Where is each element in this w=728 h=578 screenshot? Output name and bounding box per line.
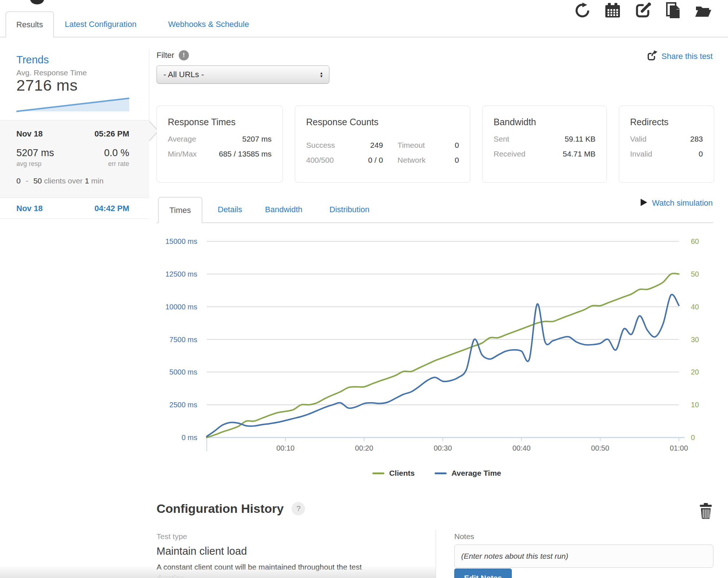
- chart-tab-times-label: Times: [169, 206, 191, 215]
- svg-text:10000 ms: 10000 ms: [165, 303, 197, 311]
- tab-webhooks-schedule-label: Webhooks & Schedule: [168, 20, 249, 29]
- svg-text:12500 ms: 12500 ms: [165, 270, 197, 278]
- chart-tab-times[interactable]: Times: [158, 197, 202, 223]
- config-history-header: Configuration History ?: [157, 502, 305, 516]
- svg-text:7500 ms: 7500 ms: [169, 336, 197, 344]
- svg-text:40: 40: [691, 303, 699, 311]
- url-filter-select[interactable]: - All URLs - ▲▼: [157, 66, 329, 84]
- tab-latest-configuration-label: Latest Configuration: [65, 20, 136, 29]
- run-prev-date[interactable]: Nov 18: [16, 204, 43, 213]
- url-filter-value: - All URLs -: [163, 70, 204, 79]
- logo-fragment: [30, 0, 44, 4]
- stat-row: Received54.71 MB: [494, 150, 596, 158]
- chart-tab-details[interactable]: Details: [218, 197, 242, 222]
- stat-row: Timeout0: [397, 141, 459, 150]
- top-toolbar: [574, 2, 712, 19]
- watch-simulation-label: Watch simulation: [652, 198, 713, 208]
- run-date: Nov 18: [16, 129, 43, 139]
- notes-label: Notes: [454, 532, 713, 541]
- stat-row: Sent59.11 KB: [494, 135, 596, 143]
- run-time: 05:26 PM: [95, 129, 129, 139]
- bandwidth-card: Bandwidth Sent59.11 KB Received54.71 MB: [482, 106, 607, 183]
- svg-text:60: 60: [691, 237, 699, 245]
- svg-text:00:10: 00:10: [276, 444, 294, 452]
- config-history-title: Configuration History: [157, 502, 284, 516]
- card-title: Redirects: [630, 117, 703, 127]
- run-err-label: err rate: [108, 160, 129, 168]
- response-times-card: Response Times Average5207 ms Min/Max685…: [157, 106, 283, 183]
- calendar-icon[interactable]: [604, 2, 621, 19]
- legend-swatch-average-time: [435, 472, 447, 474]
- notes-placeholder: (Enter notes about this test run): [461, 552, 568, 561]
- refresh-icon[interactable]: [574, 2, 591, 19]
- notes-input[interactable]: (Enter notes about this test run): [454, 545, 713, 568]
- help-icon[interactable]: ?: [292, 502, 305, 515]
- legend-label-average-time: Average Time: [451, 469, 501, 478]
- stat-row: Success249: [306, 141, 383, 150]
- run-prev-time[interactable]: 04:42 PM: [95, 204, 129, 213]
- share-test-link[interactable]: Share this test: [647, 50, 713, 63]
- results-page: Results Latest Configuration Webhooks & …: [0, 0, 728, 578]
- config-divider: [436, 530, 436, 578]
- filter-info-icon[interactable]: !: [179, 50, 189, 60]
- tab-results[interactable]: Results: [5, 11, 54, 37]
- test-type-label: Test type: [157, 532, 411, 541]
- tab-latest-configuration[interactable]: Latest Configuration: [65, 11, 136, 37]
- svg-text:00:50: 00:50: [591, 444, 609, 452]
- svg-text:00:20: 00:20: [355, 444, 373, 452]
- open-folder-icon[interactable]: [695, 2, 712, 19]
- response-counts-card: Response Counts Success249 Timeout0 400/…: [295, 106, 470, 183]
- filter-row: Filter !: [157, 50, 189, 60]
- legend-item-average-time[interactable]: Average Time: [435, 469, 501, 478]
- chart-tab-distribution[interactable]: Distribution: [329, 197, 369, 222]
- stat-row: 400/5000 / 0: [306, 156, 383, 165]
- redirects-card: Redirects Valid283 Invalid0: [619, 106, 714, 183]
- svg-text:10: 10: [691, 401, 699, 409]
- trash-icon[interactable]: [698, 502, 713, 521]
- run-item-previous[interactable]: Nov 18 04:42 PM: [0, 198, 149, 219]
- tab-results-label: Results: [16, 20, 43, 29]
- times-chart-svg: 0 ms02500 ms105000 ms207500 ms3010000 ms…: [157, 229, 717, 470]
- legend-item-clients[interactable]: Clients: [372, 469, 415, 478]
- svg-text:00:30: 00:30: [434, 444, 452, 452]
- run-err-value: 0.0 %: [104, 147, 129, 159]
- section-edge-fade: [0, 565, 436, 578]
- run-item-selected[interactable]: Nov 18 05:26 PM 5207 ms 0.0 % avg resp e…: [0, 120, 149, 198]
- stat-row: Network0: [397, 156, 459, 165]
- legend-swatch-clients: [372, 472, 384, 474]
- svg-text:15000 ms: 15000 ms: [165, 237, 197, 245]
- test-type-value: Maintain client load: [157, 545, 411, 557]
- svg-text:50: 50: [691, 270, 699, 278]
- svg-text:0: 0: [691, 434, 695, 442]
- trend-sparkline: [16, 95, 129, 113]
- watch-simulation-link[interactable]: Watch simulation: [640, 198, 713, 208]
- play-icon: [640, 198, 648, 208]
- stat-row: Average5207 ms: [168, 135, 272, 143]
- chart-tab-distribution-label: Distribution: [329, 205, 369, 214]
- filter-label: Filter: [157, 51, 174, 60]
- card-title: Bandwidth: [494, 117, 596, 127]
- trends-title: Trends: [16, 54, 49, 66]
- avg-response-time-label: Avg. Response Time: [16, 68, 87, 77]
- tab-webhooks-schedule[interactable]: Webhooks & Schedule: [168, 11, 249, 37]
- chart-legend: Clients Average Time: [157, 469, 717, 478]
- chart-tab-bandwidth-label: Bandwidth: [265, 205, 302, 214]
- times-chart: 0 ms02500 ms105000 ms207500 ms3010000 ms…: [157, 229, 717, 470]
- svg-text:20: 20: [691, 368, 699, 376]
- share-label: Share this test: [661, 52, 713, 61]
- chart-tabbar-divider: [157, 222, 713, 223]
- svg-text:01:00: 01:00: [670, 444, 688, 452]
- copy-icon[interactable]: [665, 2, 681, 19]
- edit-notes-button[interactable]: Edit Notes: [454, 569, 512, 578]
- legend-label-clients: Clients: [389, 469, 415, 478]
- chart-tab-bandwidth[interactable]: Bandwidth: [265, 197, 302, 222]
- average-time-line: [207, 294, 679, 436]
- card-title: Response Counts: [306, 117, 459, 127]
- chart-tab-details-label: Details: [218, 205, 242, 214]
- run-avg-value: 5207 ms: [16, 147, 54, 159]
- stat-row: Invalid0: [630, 150, 703, 158]
- clients-line: [207, 273, 679, 438]
- edit-icon[interactable]: [634, 2, 651, 19]
- svg-text:5000 ms: 5000 ms: [169, 368, 197, 376]
- svg-text:30: 30: [691, 336, 699, 344]
